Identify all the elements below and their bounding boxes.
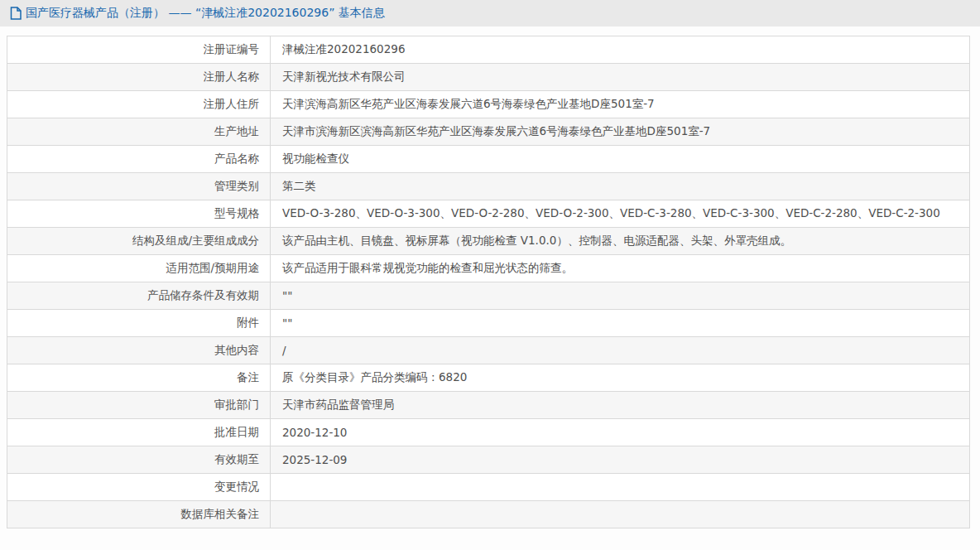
row-value: [271, 501, 970, 528]
row-label: 适用范围/预期用途: [7, 255, 271, 282]
row-label: 批准日期: [7, 419, 271, 446]
table-row: 注册人名称 天津新视光技术有限公司: [7, 64, 970, 91]
document-icon: [10, 7, 22, 20]
table-row: 其他内容 /: [7, 337, 970, 364]
row-value: 第二类: [271, 173, 970, 200]
table-row: 数据库相关备注: [7, 501, 970, 528]
table-row: 产品储存条件及有效期 "": [7, 282, 970, 310]
row-label: 注册人住所: [7, 91, 271, 118]
row-value: 原《分类目录》产品分类编码：6820: [271, 364, 970, 392]
table-row: 注册人住所 天津滨海高新区华苑产业区海泰发展六道6号海泰绿色产业基地D座501室…: [7, 91, 970, 118]
row-label: 附件: [7, 310, 271, 337]
page-header-bar: 国产医疗器械产品（注册） —— “津械注准20202160296” 基本信息: [0, 0, 980, 27]
row-value: 该产品由主机、目镜盘、视标屏幕（视功能检查 V1.0.0）、控制器、电源适配器、…: [271, 228, 970, 255]
row-value: 该产品适用于眼科常规视觉功能的检查和屈光状态的筛查。: [271, 255, 970, 282]
row-label: 产品名称: [7, 146, 271, 173]
table-row: 生产地址 天津市滨海新区滨海高新区华苑产业区海泰发展六道6号海泰绿色产业基地D座…: [7, 118, 970, 146]
table-row: 批准日期 2020-12-10: [7, 419, 970, 446]
row-value: "": [271, 282, 970, 310]
row-value: 天津市滨海新区滨海高新区华苑产业区海泰发展六道6号海泰绿色产业基地D座501室-…: [271, 118, 970, 146]
table-row: 结构及组成/主要组成成分 该产品由主机、目镜盘、视标屏幕（视功能检查 V1.0.…: [7, 228, 970, 255]
row-label: 备注: [7, 364, 271, 392]
row-label: 其他内容: [7, 337, 271, 364]
row-value: 2020-12-10: [271, 419, 970, 446]
row-value: 视功能检查仪: [271, 146, 970, 173]
row-value: 2025-12-09: [271, 446, 970, 474]
table-row: 型号规格 VED-O-3-280、VED-O-3-300、VED-O-2-280…: [7, 200, 970, 228]
row-label: 型号规格: [7, 200, 271, 228]
registration-info-table: 注册证编号 津械注准20202160296 注册人名称 天津新视光技术有限公司 …: [7, 36, 970, 528]
row-value: 天津滨海高新区华苑产业区海泰发展六道6号海泰绿色产业基地D座501室-7: [271, 91, 970, 118]
row-value: "": [271, 310, 970, 337]
table-row: 产品名称 视功能检查仪: [7, 146, 970, 173]
table-row: 管理类别 第二类: [7, 173, 970, 200]
table-row: 变更情况: [7, 474, 970, 501]
row-label: 注册人名称: [7, 64, 271, 91]
row-value: 津械注准20202160296: [271, 36, 970, 64]
table-row: 审批部门 天津市药品监督管理局: [7, 392, 970, 419]
row-value: 天津新视光技术有限公司: [271, 64, 970, 91]
page-title: 国产医疗器械产品（注册） —— “津械注准20202160296” 基本信息: [26, 6, 385, 21]
row-value: /: [271, 337, 970, 364]
row-label: 审批部门: [7, 392, 271, 419]
row-label: 注册证编号: [7, 36, 271, 64]
row-label: 有效期至: [7, 446, 271, 474]
row-label: 数据库相关备注: [7, 501, 271, 528]
row-label: 生产地址: [7, 118, 271, 146]
table-row: 注册证编号 津械注准20202160296: [7, 36, 970, 64]
row-label: 管理类别: [7, 173, 271, 200]
table-row: 适用范围/预期用途 该产品适用于眼科常规视觉功能的检查和屈光状态的筛查。: [7, 255, 970, 282]
row-value: [271, 474, 970, 501]
table-row: 有效期至 2025-12-09: [7, 446, 970, 474]
row-label: 变更情况: [7, 474, 271, 501]
table-row: 附件 "": [7, 310, 970, 337]
row-value: VED-O-3-280、VED-O-3-300、VED-O-2-280、VED-…: [271, 200, 970, 228]
row-label: 产品储存条件及有效期: [7, 282, 271, 310]
table-row: 备注 原《分类目录》产品分类编码：6820: [7, 364, 970, 392]
row-label: 结构及组成/主要组成成分: [7, 228, 271, 255]
row-value: 天津市药品监督管理局: [271, 392, 970, 419]
